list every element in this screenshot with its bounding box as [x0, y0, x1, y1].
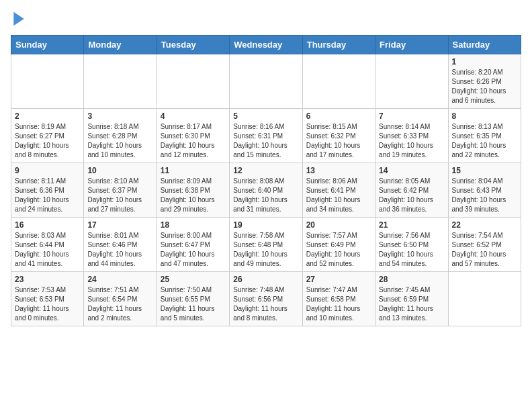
calendar-cell: [11, 54, 84, 109]
day-number: 8: [452, 111, 517, 121]
day-detail: Sunrise: 7:53 AM Sunset: 6:53 PM Dayligh…: [15, 285, 80, 323]
day-number: 25: [161, 275, 226, 284]
day-detail: Sunrise: 8:04 AM Sunset: 6:43 PM Dayligh…: [452, 177, 517, 214]
day-detail: Sunrise: 8:13 AM Sunset: 6:35 PM Dayligh…: [452, 122, 517, 160]
day-number: 6: [306, 111, 371, 121]
day-number: 2: [15, 111, 80, 121]
weekday-header-row: SundayMondayTuesdayWednesdayThursdayFrid…: [11, 36, 521, 54]
day-number: 28: [379, 275, 444, 284]
day-detail: Sunrise: 7:48 AM Sunset: 6:56 PM Dayligh…: [233, 285, 298, 323]
day-number: 26: [233, 275, 298, 284]
day-number: 15: [452, 166, 517, 175]
calendar-cell: 11Sunrise: 8:09 AM Sunset: 6:38 PM Dayli…: [157, 163, 229, 218]
weekday-header-sunday: Sunday: [11, 36, 84, 54]
day-detail: Sunrise: 8:01 AM Sunset: 6:46 PM Dayligh…: [87, 231, 152, 269]
day-number: 5: [233, 111, 298, 121]
day-detail: Sunrise: 8:05 AM Sunset: 6:42 PM Dayligh…: [379, 177, 444, 214]
calendar-cell: 21Sunrise: 7:56 AM Sunset: 6:50 PM Dayli…: [375, 218, 448, 272]
day-number: 16: [15, 220, 80, 230]
calendar-cell: [84, 54, 157, 109]
calendar-cell: 26Sunrise: 7:48 AM Sunset: 6:56 PM Dayli…: [230, 272, 302, 326]
calendar-cell: 1Sunrise: 8:20 AM Sunset: 6:26 PM Daylig…: [448, 54, 521, 109]
day-detail: Sunrise: 7:58 AM Sunset: 6:48 PM Dayligh…: [233, 231, 298, 269]
calendar-cell: 19Sunrise: 7:58 AM Sunset: 6:48 PM Dayli…: [230, 218, 302, 272]
weekday-header-thursday: Thursday: [302, 36, 375, 54]
day-detail: Sunrise: 8:20 AM Sunset: 6:26 PM Dayligh…: [452, 68, 517, 105]
day-number: 7: [379, 111, 444, 121]
day-number: 10: [87, 166, 152, 175]
calendar-cell: 7Sunrise: 8:14 AM Sunset: 6:33 PM Daylig…: [375, 109, 448, 163]
calendar-cell: [230, 54, 302, 109]
page-header: [11, 11, 521, 30]
day-number: 12: [233, 166, 298, 175]
day-detail: Sunrise: 7:45 AM Sunset: 6:59 PM Dayligh…: [379, 285, 444, 323]
week-row-2: 9Sunrise: 8:11 AM Sunset: 6:36 PM Daylig…: [11, 163, 521, 218]
calendar-cell: 10Sunrise: 8:10 AM Sunset: 6:37 PM Dayli…: [84, 163, 157, 218]
calendar-cell: 4Sunrise: 8:17 AM Sunset: 6:30 PM Daylig…: [157, 109, 229, 163]
calendar-cell: 27Sunrise: 7:47 AM Sunset: 6:58 PM Dayli…: [302, 272, 375, 326]
calendar-cell: 5Sunrise: 8:16 AM Sunset: 6:31 PM Daylig…: [230, 109, 302, 163]
calendar-cell: 17Sunrise: 8:01 AM Sunset: 6:46 PM Dayli…: [84, 218, 157, 272]
calendar-cell: 16Sunrise: 8:03 AM Sunset: 6:44 PM Dayli…: [11, 218, 84, 272]
day-detail: Sunrise: 7:57 AM Sunset: 6:49 PM Dayligh…: [306, 231, 371, 269]
calendar-cell: 28Sunrise: 7:45 AM Sunset: 6:59 PM Dayli…: [375, 272, 448, 326]
day-detail: Sunrise: 8:03 AM Sunset: 6:44 PM Dayligh…: [15, 231, 80, 269]
day-detail: Sunrise: 8:08 AM Sunset: 6:40 PM Dayligh…: [233, 177, 298, 214]
calendar-cell: 3Sunrise: 8:18 AM Sunset: 6:28 PM Daylig…: [84, 109, 157, 163]
day-detail: Sunrise: 8:06 AM Sunset: 6:41 PM Dayligh…: [306, 177, 371, 214]
day-detail: Sunrise: 8:00 AM Sunset: 6:47 PM Dayligh…: [161, 231, 226, 269]
day-detail: Sunrise: 8:17 AM Sunset: 6:30 PM Dayligh…: [161, 122, 226, 160]
weekday-header-tuesday: Tuesday: [157, 36, 229, 54]
day-detail: Sunrise: 8:15 AM Sunset: 6:32 PM Dayligh…: [306, 122, 371, 160]
calendar-cell: 2Sunrise: 8:19 AM Sunset: 6:27 PM Daylig…: [11, 109, 84, 163]
calendar-cell: 8Sunrise: 8:13 AM Sunset: 6:35 PM Daylig…: [448, 109, 521, 163]
day-number: 23: [15, 275, 80, 284]
day-number: 13: [306, 166, 371, 175]
week-row-4: 23Sunrise: 7:53 AM Sunset: 6:53 PM Dayli…: [11, 272, 521, 326]
calendar-cell: [157, 54, 229, 109]
day-detail: Sunrise: 7:54 AM Sunset: 6:52 PM Dayligh…: [452, 231, 517, 269]
day-detail: Sunrise: 7:50 AM Sunset: 6:55 PM Dayligh…: [161, 285, 226, 323]
day-detail: Sunrise: 8:11 AM Sunset: 6:36 PM Dayligh…: [15, 177, 80, 214]
calendar-cell: [302, 54, 375, 109]
day-detail: Sunrise: 8:19 AM Sunset: 6:27 PM Dayligh…: [15, 122, 80, 160]
calendar-cell: 13Sunrise: 8:06 AM Sunset: 6:41 PM Dayli…: [302, 163, 375, 218]
calendar-cell: 20Sunrise: 7:57 AM Sunset: 6:49 PM Dayli…: [302, 218, 375, 272]
logo: [11, 11, 26, 30]
weekday-header-wednesday: Wednesday: [230, 36, 302, 54]
day-number: 9: [15, 166, 80, 175]
day-detail: Sunrise: 8:10 AM Sunset: 6:37 PM Dayligh…: [87, 177, 152, 214]
day-detail: Sunrise: 8:16 AM Sunset: 6:31 PM Dayligh…: [233, 122, 298, 160]
day-number: 22: [452, 220, 517, 230]
weekday-header-saturday: Saturday: [448, 36, 521, 54]
week-row-0: 1Sunrise: 8:20 AM Sunset: 6:26 PM Daylig…: [11, 54, 521, 109]
calendar-body: 1Sunrise: 8:20 AM Sunset: 6:26 PM Daylig…: [11, 54, 521, 326]
day-number: 20: [306, 220, 371, 230]
calendar-cell: 15Sunrise: 8:04 AM Sunset: 6:43 PM Dayli…: [448, 163, 521, 218]
day-number: 19: [233, 220, 298, 230]
day-detail: Sunrise: 8:18 AM Sunset: 6:28 PM Dayligh…: [87, 122, 152, 160]
day-number: 24: [87, 275, 152, 284]
calendar-table: SundayMondayTuesdayWednesdayThursdayFrid…: [11, 35, 521, 326]
day-number: 3: [87, 111, 152, 121]
week-row-1: 2Sunrise: 8:19 AM Sunset: 6:27 PM Daylig…: [11, 109, 521, 163]
day-number: 4: [161, 111, 226, 121]
week-row-3: 16Sunrise: 8:03 AM Sunset: 6:44 PM Dayli…: [11, 218, 521, 272]
weekday-header-monday: Monday: [84, 36, 157, 54]
day-number: 11: [161, 166, 226, 175]
calendar-cell: 12Sunrise: 8:08 AM Sunset: 6:40 PM Dayli…: [230, 163, 302, 218]
day-number: 14: [379, 166, 444, 175]
day-number: 21: [379, 220, 444, 230]
calendar-cell: 23Sunrise: 7:53 AM Sunset: 6:53 PM Dayli…: [11, 272, 84, 326]
logo-icon: [12, 11, 26, 27]
calendar-cell: 24Sunrise: 7:51 AM Sunset: 6:54 PM Dayli…: [84, 272, 157, 326]
calendar-cell: 9Sunrise: 8:11 AM Sunset: 6:36 PM Daylig…: [11, 163, 84, 218]
day-number: 17: [87, 220, 152, 230]
calendar-cell: [375, 54, 448, 109]
day-number: 1: [452, 57, 517, 66]
day-number: 18: [161, 220, 226, 230]
calendar-cell: 14Sunrise: 8:05 AM Sunset: 6:42 PM Dayli…: [375, 163, 448, 218]
weekday-header-friday: Friday: [375, 36, 448, 54]
calendar-cell: 6Sunrise: 8:15 AM Sunset: 6:32 PM Daylig…: [302, 109, 375, 163]
calendar-cell: 22Sunrise: 7:54 AM Sunset: 6:52 PM Dayli…: [448, 218, 521, 272]
